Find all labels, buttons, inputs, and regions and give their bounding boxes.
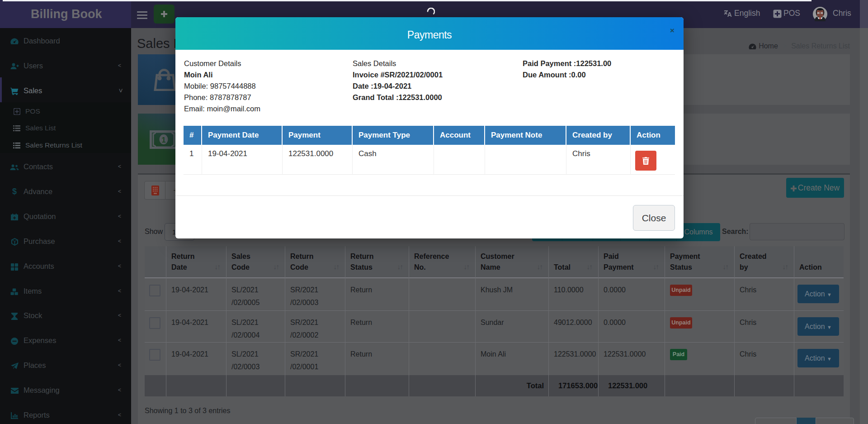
svg-text:1: 1 bbox=[161, 136, 165, 144]
